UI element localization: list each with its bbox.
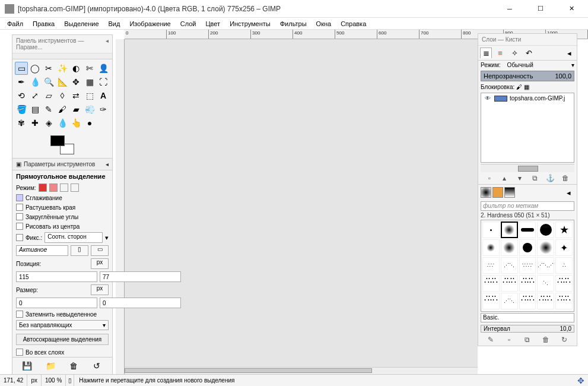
brush-cell[interactable] (482, 239, 500, 256)
layer-scrollbar[interactable] (481, 164, 574, 172)
tool-bucket[interactable]: 🪣 (15, 103, 28, 116)
close-button[interactable]: ✕ (560, 2, 583, 16)
tool-measure[interactable]: 📐 (56, 75, 69, 88)
delete-brush-icon[interactable]: 🗑 (542, 336, 550, 344)
new-brush-icon[interactable]: ▫ (505, 336, 513, 344)
tool-scissors[interactable]: ✄ (83, 62, 96, 75)
brush-cell[interactable]: ★ (555, 222, 573, 238)
active-field[interactable]: Активное (16, 245, 68, 256)
menu-layer[interactable]: Слой (177, 19, 200, 29)
brush-cell[interactable] (482, 222, 500, 238)
brush-cell[interactable]: ∴∵ (482, 257, 500, 274)
reset-preset-icon[interactable]: ↺ (93, 361, 103, 371)
menu-select[interactable]: Выделение (61, 19, 102, 29)
size-y-input[interactable] (100, 298, 181, 308)
patterns-tab[interactable] (492, 187, 503, 198)
brush-cell[interactable] (555, 293, 573, 309)
tool-by-color[interactable]: ◐ (69, 62, 82, 75)
tool-rect-select[interactable]: ▭ (15, 62, 28, 75)
size-x-input[interactable] (16, 298, 97, 308)
orient-landscape[interactable]: ▭ (91, 245, 109, 256)
brush-cell[interactable]: ⋰⋱ (501, 293, 518, 309)
undo-tab[interactable]: ↶ (523, 48, 535, 58)
menu-filters[interactable]: Фильтры (276, 19, 310, 29)
brush-cell[interactable]: ⋰⋱ (501, 257, 518, 274)
tool-zoom[interactable]: 🔍 (42, 75, 55, 88)
brush-cell[interactable]: ✦ (555, 239, 573, 256)
tool-foreground[interactable]: 👤 (97, 62, 110, 75)
brush-cell[interactable]: ∵∴∵ (519, 257, 536, 274)
brush-preset-combo[interactable]: Basic. (481, 313, 574, 322)
brush-cell[interactable] (482, 275, 500, 292)
layer-item[interactable]: 👁 topshara.com-GIMP.j (481, 93, 574, 103)
tool-paths[interactable]: ✒ (15, 75, 28, 88)
menu-view[interactable]: Вид (105, 19, 124, 29)
opacity-slider[interactable]: Непрозрачность 100,0 (481, 71, 574, 81)
brushes-tab[interactable] (481, 187, 491, 198)
tool-dodge[interactable]: ● (83, 116, 96, 129)
refresh-brush-icon[interactable]: ↻ (560, 336, 568, 344)
fix-dropdown-icon[interactable]: ▾ (105, 234, 109, 242)
anchor-layer-icon[interactable]: ⚓ (546, 174, 554, 182)
brush-cell[interactable] (555, 275, 573, 292)
brush-cell[interactable]: ⋰⋱⋰ (537, 257, 554, 274)
tool-shear[interactable]: ▱ (42, 89, 55, 102)
tool-clone[interactable]: ✾ (15, 116, 28, 129)
brush-cell[interactable] (519, 222, 536, 238)
tool-ellipse-select[interactable]: ◯ (28, 62, 42, 75)
blend-mode-combo[interactable]: Обычный (507, 62, 533, 68)
duplicate-layer-icon[interactable]: ⧉ (531, 174, 539, 182)
tool-move[interactable]: ✥ (69, 75, 82, 88)
tool-blend[interactable]: ▤ (28, 103, 42, 116)
tool-rotate[interactable]: ⟲ (15, 89, 28, 102)
brush-cell[interactable] (519, 293, 536, 309)
feather-checkbox[interactable] (16, 204, 23, 211)
size-unit[interactable]: px (91, 284, 109, 295)
paths-tab[interactable]: ✧ (508, 48, 520, 58)
toolbox-menu-icon[interactable]: ◂ (106, 37, 109, 50)
tool-scale[interactable]: ⤢ (28, 89, 42, 102)
brush-cell[interactable] (537, 293, 554, 309)
rounded-checkbox[interactable] (16, 213, 23, 220)
status-unit[interactable]: px (27, 375, 42, 386)
brush-filter-input[interactable]: фильтр по меткам (481, 201, 574, 211)
tool-blur[interactable]: 💧 (56, 116, 69, 129)
smooth-checkbox[interactable] (16, 194, 23, 201)
tool-fuzzy-select[interactable]: ✨ (56, 62, 69, 75)
mode-intersect[interactable] (71, 183, 79, 192)
menu-windows[interactable]: Окна (313, 19, 335, 29)
tool-perspective[interactable]: ◊ (56, 89, 69, 102)
layers-tab[interactable]: ≣ (480, 48, 492, 58)
canvas[interactable] (125, 39, 478, 374)
menu-file[interactable]: Файл (4, 19, 27, 29)
dock-menu-icon[interactable]: ◂ (563, 48, 575, 58)
maximize-button[interactable]: ☐ (529, 2, 552, 16)
tool-pencil[interactable]: ✎ (42, 103, 55, 116)
tool-perspective-clone[interactable]: ◈ (42, 116, 55, 129)
pos-x-input[interactable] (16, 271, 97, 282)
darken-checkbox[interactable] (16, 311, 23, 318)
menu-tools[interactable]: Инструменты (226, 19, 274, 29)
pos-y-input[interactable] (100, 271, 181, 282)
menu-edit[interactable]: Правка (29, 19, 58, 29)
brush-cell[interactable] (537, 239, 554, 256)
mode-subtract[interactable] (60, 183, 68, 192)
canvas-scrollbar-h[interactable] (125, 367, 478, 374)
fix-combo[interactable]: Соотн. сторон (45, 232, 103, 243)
tool-flip[interactable]: ⇄ (69, 89, 82, 102)
brush-interval-slider[interactable]: Интервал 10,0 (481, 325, 574, 333)
lock-alpha-icon[interactable]: ▦ (524, 84, 529, 90)
save-preset-icon[interactable]: 💾 (22, 361, 31, 371)
delete-preset-icon[interactable]: 🗑 (69, 361, 79, 371)
brush-menu-icon[interactable]: ◂ (562, 187, 574, 198)
pos-unit[interactable]: px (91, 258, 109, 269)
menu-help[interactable]: Справка (337, 19, 370, 29)
tool-color-picker[interactable]: 💧 (28, 75, 42, 88)
brush-cell[interactable]: ⋱ (537, 275, 554, 292)
lower-layer-icon[interactable]: ▾ (516, 174, 524, 182)
tool-smudge[interactable]: 👆 (69, 116, 82, 129)
options-menu-icon[interactable]: ◂ (106, 161, 109, 167)
fix-checkbox[interactable] (16, 234, 23, 241)
navigation-icon[interactable]: ✥ (577, 376, 587, 385)
brush-cell[interactable] (519, 239, 536, 256)
